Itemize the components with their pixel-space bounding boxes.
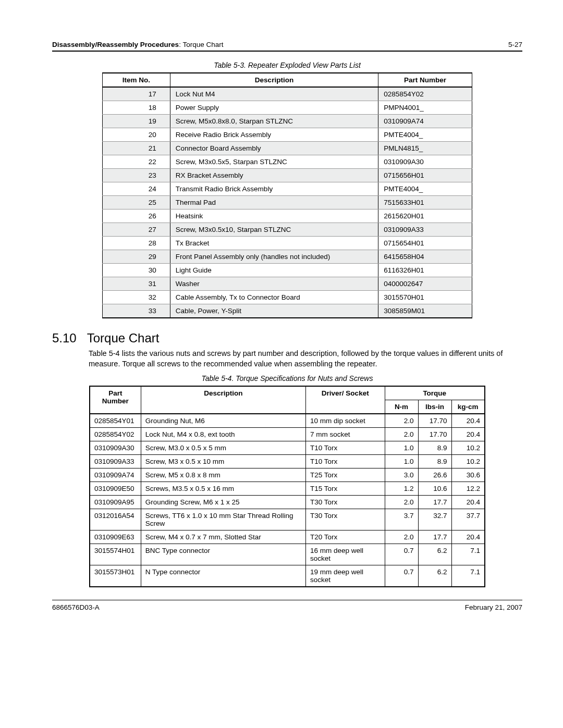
cell-lbsin: 8.9 bbox=[418, 455, 451, 468]
table-5-4-caption: Table 5-4. Torque Specifications for Nut… bbox=[52, 374, 522, 382]
page-header: Disassembly/Reassembly Procedures: Torqu… bbox=[52, 41, 522, 51]
cell-item-no: 29 bbox=[103, 250, 170, 264]
section-paragraph: Table 5-4 lists the various nuts and scr… bbox=[89, 349, 522, 369]
cell-item-no: 22 bbox=[103, 155, 170, 169]
table-row: 0310909A74Screw, M5 x 0.8 x 8 mmT25 Torx… bbox=[90, 468, 485, 482]
cell-description: RX Bracket Assembly bbox=[170, 169, 378, 182]
cell-driver-socket: 19 mm deep well socket bbox=[305, 565, 385, 587]
footer-doc-id: 6866576D03-A bbox=[52, 603, 100, 611]
cell-item-no: 19 bbox=[103, 115, 170, 128]
cell-description: Cable, Power, Y-Split bbox=[170, 304, 378, 318]
cell-lbsin: 17.70 bbox=[418, 428, 451, 441]
cell-kgcm: 20.4 bbox=[451, 496, 485, 509]
cell-description: Screw, M3x0.5x5, Starpan STLZNC bbox=[170, 155, 378, 169]
cell-description: Tx Bracket bbox=[170, 237, 378, 250]
table-row: 18Power SupplyPMPN4001_ bbox=[103, 101, 472, 115]
cell-item-no: 26 bbox=[103, 209, 170, 223]
cell-part-number: 0310909A74 bbox=[90, 468, 141, 482]
cell-driver-socket: 16 mm deep well socket bbox=[305, 544, 385, 565]
table-row: 3015574H01BNC Type connector16 mm deep w… bbox=[90, 544, 485, 565]
cell-nm: 0.7 bbox=[385, 565, 418, 587]
col-header-part-number: Part Number bbox=[90, 386, 141, 414]
table-row: 0310909A30Screw, M3.0 x 0.5 x 5 mmT10 To… bbox=[90, 441, 485, 455]
table-row: 25Thermal Pad7515633H01 bbox=[103, 196, 472, 209]
cell-item-no: 23 bbox=[103, 169, 170, 182]
cell-item-no: 17 bbox=[103, 87, 170, 101]
cell-part-number: 0310909A74 bbox=[378, 115, 472, 128]
cell-item-no: 27 bbox=[103, 223, 170, 237]
section-title: Torque Chart bbox=[87, 331, 160, 346]
cell-nm: 1.0 bbox=[385, 441, 418, 455]
table-row: 19Screw, M5x0.8x8.0, Starpan STLZNC03109… bbox=[103, 115, 472, 128]
cell-nm: 2.0 bbox=[385, 414, 418, 428]
table-row: 0285854Y01Grounding Nut, M610 mm dip soc… bbox=[90, 414, 485, 428]
cell-lbsin: 6.2 bbox=[418, 544, 451, 565]
table-row: 29Front Panel Assembly only (handles not… bbox=[103, 250, 472, 264]
cell-item-no: 28 bbox=[103, 237, 170, 250]
table-row: 0310909A95Grounding Screw, M6 x 1 x 25T3… bbox=[90, 496, 485, 509]
cell-item-no: 24 bbox=[103, 182, 170, 196]
col-header-torque: Torque bbox=[385, 386, 485, 400]
table-row: 32Cable Assembly, Tx to Connector Board3… bbox=[103, 291, 472, 304]
cell-lbsin: 6.2 bbox=[418, 565, 451, 587]
cell-nm: 3.7 bbox=[385, 509, 418, 530]
cell-part-number: 0285854Y01 bbox=[90, 414, 141, 428]
footer-date: February 21, 2007 bbox=[465, 603, 522, 611]
cell-part-number: 0715654H01 bbox=[378, 237, 472, 250]
page-footer: 6866576D03-A February 21, 2007 bbox=[52, 603, 522, 611]
table-row: 0310909A33Screw, M3 x 0.5 x 10 mmT10 Tor… bbox=[90, 455, 485, 468]
page: Disassembly/Reassembly Procedures: Torqu… bbox=[0, 0, 563, 728]
cell-part-number: 3015570H01 bbox=[378, 291, 472, 304]
cell-part-number: 0400002647 bbox=[378, 277, 472, 291]
cell-part-number: PMTE4004_ bbox=[378, 182, 472, 196]
cell-nm: 1.2 bbox=[385, 482, 418, 496]
parts-list-table: Item No. Description Part Number 17Lock … bbox=[102, 72, 472, 318]
cell-description: Screw, M3.0 x 0.5 x 5 mm bbox=[141, 441, 305, 455]
cell-part-number: 3085859M01 bbox=[378, 304, 472, 318]
cell-description: Heatsink bbox=[170, 209, 378, 223]
torque-spec-table: Part Number Description Driver/ Socket T… bbox=[89, 386, 485, 587]
cell-description: Washer bbox=[170, 277, 378, 291]
table-row: 28Tx Bracket0715654H01 bbox=[103, 237, 472, 250]
cell-part-number: 2615620H01 bbox=[378, 209, 472, 223]
footer-rule bbox=[52, 600, 522, 600]
cell-part-number: 6415658H04 bbox=[378, 250, 472, 264]
table-row: 0310909E50Screws, M3.5 x 0.5 x 16 mmT15 … bbox=[90, 482, 485, 496]
cell-part-number: PMLN4815_ bbox=[378, 142, 472, 155]
cell-description: Lock Nut, M4 x 0.8, ext tooth bbox=[141, 428, 305, 441]
cell-part-number: 7515633H01 bbox=[378, 196, 472, 209]
cell-description: Connector Board Assembly bbox=[170, 142, 378, 155]
col-header-description: Description bbox=[141, 386, 305, 414]
col-header-description: Description bbox=[170, 73, 378, 87]
cell-description: Screws, TT6 x 1.0 x 10 mm Star Thread Ro… bbox=[141, 509, 305, 530]
cell-part-number: 0310909A95 bbox=[90, 496, 141, 509]
cell-item-no: 33 bbox=[103, 304, 170, 318]
cell-driver-socket: T15 Torx bbox=[305, 482, 385, 496]
cell-part-number: 0310909A30 bbox=[378, 155, 472, 169]
table-row: 0310909E63Screw, M4 x 0.7 x 7 mm, Slotte… bbox=[90, 530, 485, 544]
col-header-nm: N-m bbox=[385, 400, 418, 414]
cell-part-number: PMPN4001_ bbox=[378, 101, 472, 115]
table-row: 0312016A54Screws, TT6 x 1.0 x 10 mm Star… bbox=[90, 509, 485, 530]
cell-part-number: 0312016A54 bbox=[90, 509, 141, 530]
cell-description: Thermal Pad bbox=[170, 196, 378, 209]
table-row: 0285854Y02Lock Nut, M4 x 0.8, ext tooth7… bbox=[90, 428, 485, 441]
cell-description: Screw, M5 x 0.8 x 8 mm bbox=[141, 468, 305, 482]
cell-part-number: 0310909E63 bbox=[90, 530, 141, 544]
cell-driver-socket: T30 Torx bbox=[305, 496, 385, 509]
cell-description: N Type connector bbox=[141, 565, 305, 587]
cell-driver-socket: 7 mm socket bbox=[305, 428, 385, 441]
cell-item-no: 31 bbox=[103, 277, 170, 291]
cell-description: Front Panel Assembly only (handles not i… bbox=[170, 250, 378, 264]
cell-part-number: 0310909A30 bbox=[90, 441, 141, 455]
table-5-3-caption: Table 5-3. Repeater Exploded View Parts … bbox=[52, 61, 522, 69]
cell-item-no: 32 bbox=[103, 291, 170, 304]
cell-lbsin: 8.9 bbox=[418, 441, 451, 455]
cell-kgcm: 10.2 bbox=[451, 441, 485, 455]
cell-description: Light Guide bbox=[170, 264, 378, 277]
cell-lbsin: 17.7 bbox=[418, 530, 451, 544]
cell-lbsin: 17.7 bbox=[418, 496, 451, 509]
cell-lbsin: 32.7 bbox=[418, 509, 451, 530]
cell-kgcm: 10.2 bbox=[451, 455, 485, 468]
cell-part-number: 0715656H01 bbox=[378, 169, 472, 182]
